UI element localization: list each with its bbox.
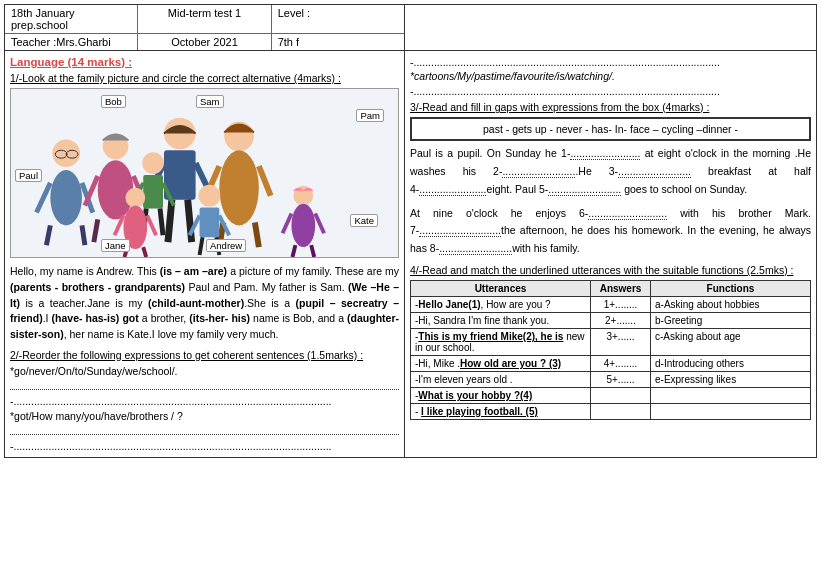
table-row: -Hello Jane(1), How are you ? 1+........… (411, 297, 811, 313)
expressions-box: past - gets up - never - has- In- face –… (410, 117, 811, 141)
ans2: 2+....... (591, 313, 651, 329)
utt2: -Hi, Sandra I'm fine thank you. (411, 313, 591, 329)
reorder1: *go/never/On/to/Sunday/we/school/. (10, 365, 399, 377)
reorder2: *got/How many/you/have/brothers / ? (10, 410, 399, 422)
reorder3: *cartoons/My/pastime/favourite/is/watchi… (410, 70, 811, 82)
family-description: Hello, my name is Andrew. This (is – am … (10, 264, 399, 343)
top-dotted2: -.......................................… (410, 85, 811, 97)
svg-line-6 (82, 225, 85, 245)
teacher-name: Teacher :Mrs.Gharbi (5, 34, 138, 50)
svg-rect-41 (200, 208, 220, 238)
table-row: -I'm eleven years old . 5+...... e-Expre… (411, 372, 811, 388)
utt3: -This is my friend Mike(2), he is new in… (411, 329, 591, 356)
exam-name: Mid-term test 1 (138, 5, 271, 33)
q1-label: 1/-Look at the family picture and circle… (10, 72, 399, 84)
text-cont3: is a teacher.Jane is my (20, 297, 148, 309)
fill4: ....................... (419, 183, 486, 196)
text-cont4: .She is a (244, 297, 295, 309)
func6 (651, 388, 811, 404)
utt5: -I'm eleven years old . (411, 372, 591, 388)
fill7: ............................ (419, 224, 501, 237)
ans5: 5+...... (591, 372, 651, 388)
fill-paragraph: Paul is a pupil. On Sunday he 1-........… (410, 145, 811, 199)
svg-line-33 (160, 209, 163, 236)
svg-point-28 (142, 152, 164, 174)
q2-label: 2/-Reorder the following expressions to … (10, 349, 399, 361)
text-bold4: (child-aunt-mother) (148, 297, 244, 309)
dotted1 (10, 382, 399, 390)
table-row: -What is your hobby ?(4) (411, 388, 811, 404)
top-dotted: -.......................................… (410, 56, 811, 68)
right-panel: -.......................................… (405, 51, 816, 457)
fill3: ......................... (618, 165, 691, 178)
ans1: 1+........ (591, 297, 651, 313)
ans6 (591, 388, 651, 404)
svg-rect-29 (143, 175, 163, 209)
dotted2 (10, 427, 399, 435)
svg-point-34 (125, 188, 145, 208)
para6: At nine o'clock he enjoys 6- (410, 207, 588, 219)
para5-cont: goes to school on Sunday. (621, 183, 747, 195)
family-image: Bob Sam Pam Paul Kate Jane Andrew (10, 88, 399, 258)
svg-point-40 (199, 185, 221, 207)
para1: Paul is a pupil. On Sunday he 1- (410, 147, 570, 159)
func2: b-Greeting (651, 313, 811, 329)
fill2: ......................... (502, 165, 575, 178)
text-cont8: , her name is Kate.I love my family very… (64, 328, 279, 340)
fill8: ......................... (439, 242, 512, 255)
svg-line-27 (255, 222, 259, 247)
grade: 7th f (272, 34, 404, 50)
svg-line-20 (168, 200, 172, 242)
utt6: -What is your hobby ?(4) (411, 388, 591, 404)
col-utterances: Utterances (411, 281, 591, 297)
header: 18th January prep.school Mid-term test 1… (5, 5, 816, 51)
utt1: -Hello Jane(1), How are you ? (411, 297, 591, 313)
language-section-title: Language (14 marks) : (10, 56, 399, 68)
para8-cont: with his family. (512, 242, 580, 254)
label-bob: Bob (101, 95, 126, 108)
header-right (405, 5, 816, 50)
match-table: Utterances Answers Functions -Hello Jane… (410, 280, 811, 420)
dotted-dash2: -.......................................… (10, 440, 399, 452)
svg-point-23 (219, 150, 259, 225)
table-row: -This is my friend Mike(2), he is new in… (411, 329, 811, 356)
family-svg (11, 89, 398, 257)
text-cont7: name is Bob, and a (250, 312, 347, 324)
ans3: 3+...... (591, 329, 651, 356)
fill-paragraph2: At nine o'clock he enjoys 6-............… (410, 205, 811, 259)
text-bold2: (parents - brothers - grandparents) (10, 281, 185, 293)
label-pam: Pam (356, 109, 384, 122)
svg-point-2 (50, 170, 82, 225)
fill6: ........................... (588, 207, 667, 220)
func3: c-Asking about age (651, 329, 811, 356)
text-bold7: (its-her- his) (189, 312, 250, 324)
ans4: 4+........ (591, 356, 651, 372)
ans7 (591, 404, 651, 420)
para4-cont: eight. Paul 5- (486, 183, 548, 195)
utt7: - I like playing football. (5) (411, 404, 591, 420)
text-intro: Hello, my name is Andrew. This (10, 265, 160, 277)
date: October 2021 (138, 34, 271, 50)
header-left: 18th January prep.school Mid-term test 1… (5, 5, 405, 50)
text-cont1: a picture of my family. These are my (227, 265, 399, 277)
text-cont2: Paul and Pam. My father is Sam. (185, 281, 348, 293)
fill1: ........................ (570, 147, 640, 160)
body: Language (14 marks) : 1/-Look at the fam… (5, 51, 816, 457)
svg-point-47 (291, 204, 315, 247)
q3-label: 3/-Read and fill in gaps with expression… (410, 101, 811, 113)
dotted-dash1: -.......................................… (10, 395, 399, 407)
col-functions: Functions (651, 281, 811, 297)
func7 (651, 404, 811, 420)
exam-sheet: 18th January prep.school Mid-term test 1… (4, 4, 817, 458)
level: Level : (272, 5, 404, 33)
left-panel: Language (14 marks) : 1/-Look at the fam… (5, 51, 405, 457)
func5: e-Expressing likes (651, 372, 811, 388)
expressions-text: past - gets up - never - has- In- face –… (483, 123, 738, 135)
q4-label: 4/-Read and match the underlined utteran… (410, 264, 811, 276)
table-row: -Hi, Sandra I'm fine thank you. 2+......… (411, 313, 811, 329)
text-bold1: (is – am –are) (160, 265, 227, 277)
text-cont5: .I (43, 312, 52, 324)
utt4: -Hi, Mike .How old are you ? (3) (411, 356, 591, 372)
fill5: ......................... (548, 183, 621, 196)
text-cont6: a brother, (139, 312, 190, 324)
